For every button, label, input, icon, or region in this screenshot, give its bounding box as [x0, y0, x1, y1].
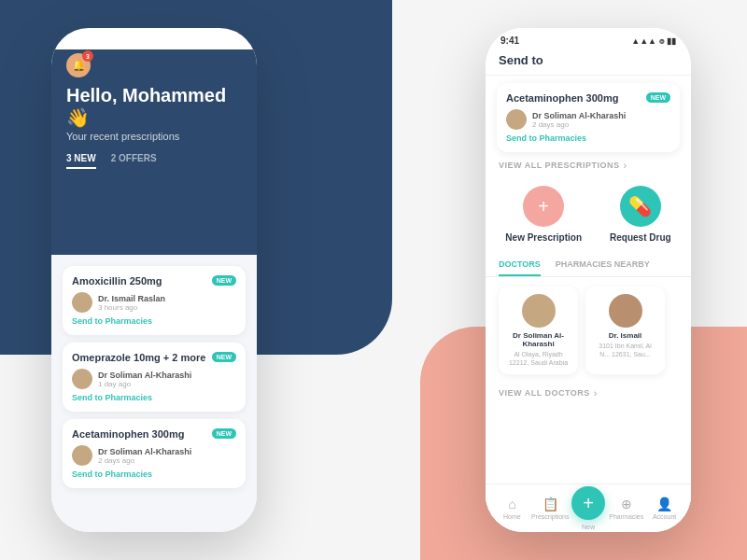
- avatar-img-1: [72, 292, 92, 313]
- phone-notch-right: [551, 28, 626, 49]
- avatar-img-2: [72, 369, 92, 389]
- doctor-info-2: Dr Soliman Al-Kharashi 1 day ago: [98, 371, 236, 388]
- view-all-doctors-text: VIEW ALL DOCTORS: [499, 388, 590, 398]
- prescriptions-list-left: Amoxicillin 250mg NEW Dr. Ismail Raslan …: [51, 255, 257, 532]
- presc-header-3: Acetaminophen 300mg NEW: [72, 428, 236, 440]
- view-all-prescriptions-text: VIEW ALL PRESCRIPTIONS: [499, 161, 620, 170]
- right-phone: 9:41 ▲▲▲ ⌾ ▮▮ Send to Acetaminophen 300m…: [486, 28, 691, 532]
- doctor-card-2[interactable]: Dr. Ismail 3101 Ibn Kamil, Al N... 12631…: [585, 287, 665, 374]
- pharmacies-icon: ⊕: [621, 497, 632, 511]
- nav-pharmacies-label: Pharmacies: [609, 513, 643, 520]
- right-presc-badge: NEW: [646, 92, 670, 103]
- right-doc-info: Dr Soliman Al-Kharashi 2 days ago: [532, 111, 670, 129]
- nav-pharmacies[interactable]: ⊕ Pharmacies: [607, 497, 645, 520]
- send-link-3[interactable]: Send to Pharmacies: [72, 469, 236, 479]
- nav-prescriptions[interactable]: 📋 Prescriptions: [531, 497, 570, 520]
- presc-header-1: Amoxicillin 250mg NEW: [72, 275, 236, 287]
- right-header-text: Send to: [499, 53, 543, 67]
- doc-avatar-1: [522, 294, 556, 328]
- new-prescription-button[interactable]: +: [523, 186, 564, 227]
- home-icon: ⌂: [508, 497, 515, 511]
- account-icon: 👤: [656, 497, 672, 511]
- request-drug-label: Request Drug: [610, 232, 671, 243]
- greeting-text: Hello, Mohammed 👋: [66, 85, 242, 129]
- right-header: Send to: [486, 49, 691, 76]
- right-doc-avatar: [506, 109, 527, 130]
- send-link-2[interactable]: Send to Pharmacies: [72, 393, 236, 402]
- nav-home-label: Home: [503, 513, 521, 520]
- presc-header-2: Omeprazole 10mg + 2 more NEW: [72, 352, 236, 363]
- view-all-prescriptions-icon: ›: [624, 160, 627, 171]
- request-drug-btn-wrap: 💊 Request Drug: [610, 186, 671, 243]
- nav-new[interactable]: + New: [570, 486, 608, 530]
- wifi-icon: ⌾: [225, 36, 230, 46]
- doctor-card-1[interactable]: Dr Soliman Al-Kharashi Al Olaya, Riyadh …: [499, 287, 578, 374]
- tab-doctors[interactable]: DOCTORS: [499, 254, 541, 276]
- notification-badge: 3: [82, 50, 93, 62]
- prescription-card-2[interactable]: Omeprazole 10mg + 2 more NEW Dr Soliman …: [63, 343, 246, 412]
- prescription-tabs: 3 NEW 2 OFFERS: [66, 153, 242, 169]
- presc-doctor-row-2: Dr Soliman Al-Kharashi 1 day ago: [72, 369, 236, 389]
- view-all-prescriptions-row[interactable]: VIEW ALL PRESCRIPTIONS ›: [486, 152, 691, 178]
- doc-card-name-1: Dr Soliman Al-Kharashi: [506, 331, 571, 348]
- battery-icon-right: ▮▮: [667, 36, 676, 46]
- nav-new-button[interactable]: +: [571, 486, 605, 520]
- right-doctor-row: Dr Soliman Al-Kharashi 2 days ago: [506, 109, 670, 130]
- presc-time-1: 3 hours ago: [98, 303, 236, 312]
- request-drug-button[interactable]: 💊: [620, 186, 661, 227]
- doctor-avatar-1: [72, 292, 92, 313]
- avatar-img-3: [72, 445, 92, 466]
- prescription-card-1[interactable]: Amoxicillin 250mg NEW Dr. Ismail Raslan …: [63, 266, 246, 335]
- time-right: 9:41: [500, 35, 519, 46]
- doc-card-address-1: Al Olaya, Riyadh 12212, Saudi Arabia: [506, 350, 571, 367]
- bottom-nav: ⌂ Home 📋 Prescriptions + New ⊕ Pharmacie…: [486, 483, 691, 532]
- wifi-icon-right: ⌾: [659, 36, 664, 46]
- bell-icon: 🔔: [72, 59, 86, 72]
- presc-name-3: Acetaminophen 300mg: [72, 428, 208, 440]
- prescription-card-3[interactable]: Acetaminophen 300mg NEW Dr Soliman Al-Kh…: [63, 419, 246, 488]
- drug-icon: 💊: [628, 195, 652, 217]
- tab-offers[interactable]: 2 OFFERS: [111, 153, 157, 169]
- tab-new[interactable]: 3 NEW: [66, 153, 96, 169]
- presc-name-1: Amoxicillin 250mg: [72, 275, 208, 287]
- doctors-tabs: DOCTORS PHARMACIES NEARBY: [486, 254, 691, 277]
- view-all-doctors-row[interactable]: VIEW ALL DOCTORS ›: [486, 384, 691, 402]
- doctor-name-3: Dr Soliman Al-Kharashi: [98, 447, 236, 456]
- right-avatar-img: [506, 109, 527, 130]
- nav-plus-icon: +: [583, 493, 594, 514]
- doc-card-address-2: 3101 Ibn Kamil, Al N... 12631, Sau...: [593, 342, 657, 358]
- right-doc-name: Dr Soliman Al-Kharashi: [532, 111, 670, 120]
- prescriptions-icon: 📋: [543, 497, 558, 511]
- doctors-list-row: Dr Soliman Al-Kharashi Al Olaya, Riyadh …: [486, 277, 691, 384]
- tab-pharmacies[interactable]: PHARMACIES NEARBY: [556, 254, 650, 276]
- notification-bell[interactable]: 🔔 3: [66, 53, 91, 77]
- nav-account[interactable]: 👤 Account: [645, 497, 684, 520]
- greeting-subtitle: Your recent prescriptions: [66, 131, 242, 142]
- new-badge-1: NEW: [212, 275, 236, 286]
- nav-account-label: Account: [653, 513, 676, 520]
- right-phone-content: Send to Acetaminophen 300mg NEW Dr Solim…: [486, 49, 691, 532]
- right-presc-time: 2 days ago: [532, 120, 670, 129]
- right-presc-card[interactable]: Acetaminophen 300mg NEW Dr Soliman Al-Kh…: [497, 83, 680, 152]
- doctor-name-2: Dr Soliman Al-Kharashi: [98, 371, 236, 380]
- new-badge-2: NEW: [212, 352, 236, 362]
- doctor-info-1: Dr. Ismail Raslan 3 hours ago: [98, 294, 236, 312]
- status-icons-right: ▲▲▲ ⌾ ▮▮: [631, 36, 676, 46]
- time-left: 9:41: [66, 35, 85, 46]
- doctor-info-3: Dr Soliman Al-Kharashi 2 days ago: [98, 447, 236, 465]
- new-prescription-btn-wrap: + New Prescription: [505, 186, 582, 243]
- presc-time-3: 2 days ago: [98, 456, 236, 465]
- presc-time-2: 1 day ago: [98, 380, 236, 388]
- doctor-avatar-3: [72, 445, 92, 466]
- nav-home[interactable]: ⌂ Home: [493, 497, 531, 520]
- nav-new-label: New: [582, 524, 595, 530]
- right-send-link[interactable]: Send to Pharmacies: [506, 133, 670, 143]
- send-link-1[interactable]: Send to Pharmacies: [72, 316, 236, 326]
- phone-notch: [117, 28, 191, 49]
- presc-doctor-row-1: Dr. Ismail Raslan 3 hours ago: [72, 292, 236, 313]
- doctor-name-1: Dr. Ismail Raslan: [98, 294, 236, 303]
- doc-avatar-2: [609, 294, 642, 328]
- action-buttons-row: + New Prescription 💊 Request Drug: [486, 178, 691, 254]
- presc-name-2: Omeprazole 10mg + 2 more: [72, 352, 208, 363]
- signal-icon: ▲▲▲: [197, 36, 222, 46]
